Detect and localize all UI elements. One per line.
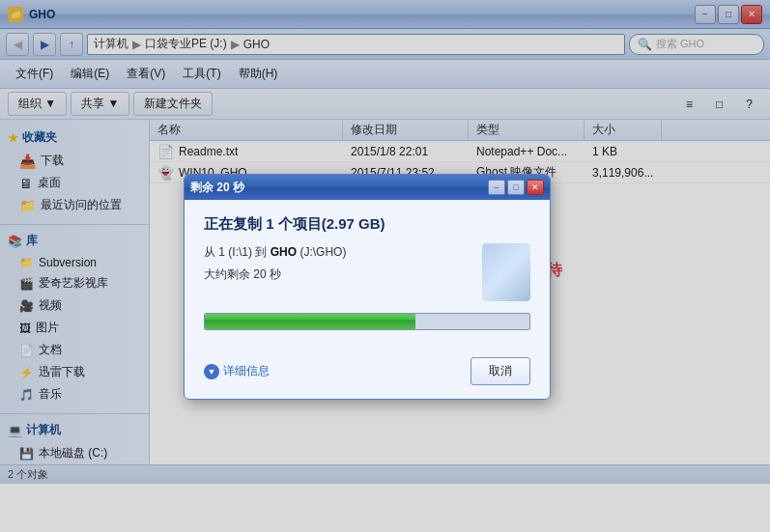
to-label: 到 [255, 245, 267, 259]
progress-fill [205, 314, 415, 329]
dialog-maximize-button[interactable]: □ [507, 180, 525, 195]
dialog-close-button[interactable]: ✕ [527, 180, 544, 195]
detail-link[interactable]: ▼ 详细信息 [204, 363, 270, 379]
dialog-footer: ▼ 详细信息 取消 [185, 350, 550, 399]
dialog-controls: − □ ✕ [488, 180, 544, 195]
dialog-titlebar: 剩余 20 秒 − □ ✕ [185, 175, 550, 200]
progress-container [204, 313, 530, 330]
to-path: (J:\GHO) [299, 245, 346, 259]
dialog-minimize-button[interactable]: − [488, 180, 505, 195]
from-value: 1 (I:\1) [218, 245, 252, 259]
copy-dialog: 剩余 20 秒 − □ ✕ 正在复制 1 个项目(2.97 GB) 从 1 (I… [184, 174, 551, 400]
dialog-body: 正在复制 1 个项目(2.97 GB) 从 1 (I:\1) 到 GHO (J:… [185, 200, 550, 350]
from-label: 从 [204, 245, 215, 259]
dialog-from-info: 从 1 (I:\1) 到 GHO (J:\GHO) [204, 243, 346, 262]
dialog-main-title: 正在复制 1 个项目(2.97 GB) [204, 215, 530, 234]
file-copy-animation [482, 243, 530, 301]
detail-label: 详细信息 [223, 363, 270, 379]
progress-track [204, 313, 530, 330]
chevron-down-icon: ▼ [204, 364, 219, 379]
dialog-title: 剩余 20 秒 [190, 180, 244, 196]
cancel-button[interactable]: 取消 [471, 357, 530, 385]
dialog-time-info: 大约剩余 20 秒 [204, 266, 346, 284]
to-value: GHO [271, 245, 297, 259]
